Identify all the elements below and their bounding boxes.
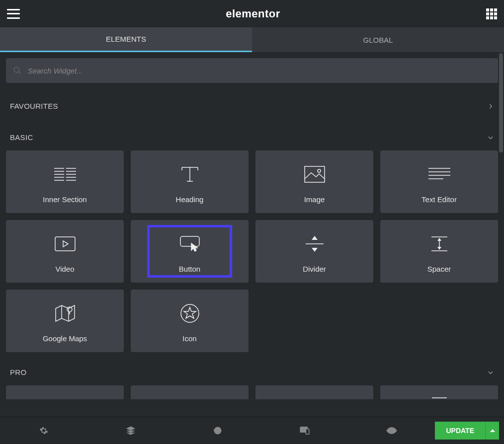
- play-icon: [55, 230, 76, 258]
- svg-marker-26: [437, 238, 441, 241]
- section-title: PRO: [10, 368, 26, 376]
- search-icon: [13, 66, 22, 75]
- widget-google-maps[interactable]: Google Maps: [6, 290, 124, 352]
- widget-label: Image: [304, 195, 325, 204]
- text-t-icon: [180, 160, 200, 188]
- widget-icon[interactable]: Icon: [131, 290, 249, 352]
- widget-label: Text Editor: [421, 195, 457, 204]
- chevron-right-icon: [487, 103, 494, 110]
- divider-icon: [305, 230, 325, 258]
- tab-global[interactable]: GLOBAL: [252, 27, 504, 52]
- widget-video[interactable]: Video: [6, 220, 124, 283]
- widget-label: Divider: [303, 265, 326, 273]
- svg-marker-23: [312, 248, 318, 252]
- section-pro[interactable]: PRO: [6, 359, 498, 385]
- columns-icon: [54, 160, 76, 188]
- footer-bar: UPDATE: [0, 417, 504, 444]
- pro-widget-row: [6, 385, 498, 399]
- footer-icons: [0, 425, 435, 436]
- section-title: FAVOURITES: [10, 102, 58, 110]
- tabs: ELEMENTS GLOBAL: [0, 27, 504, 52]
- widget-divider[interactable]: Divider: [255, 220, 373, 283]
- widget-label: Heading: [176, 195, 204, 204]
- preview-icon[interactable]: [386, 425, 397, 436]
- basic-widget-grid: Inner Section Heading Image Text Editor: [6, 150, 498, 359]
- svg-point-13: [318, 169, 321, 172]
- scrollbar[interactable]: [499, 53, 503, 152]
- svg-rect-20: [180, 236, 199, 246]
- widget-card[interactable]: [6, 385, 124, 399]
- widget-card[interactable]: [380, 385, 498, 399]
- widget-inner-section[interactable]: Inner Section: [6, 150, 124, 213]
- widget-label: Video: [55, 265, 74, 273]
- top-bar: elementor: [0, 0, 504, 27]
- widget-card[interactable]: [255, 385, 373, 399]
- button-cursor-icon: [179, 230, 200, 258]
- star-circle-icon: [180, 299, 200, 327]
- map-pin-icon: [55, 299, 76, 327]
- update-button[interactable]: UPDATE: [435, 422, 485, 440]
- history-icon[interactable]: [212, 425, 223, 436]
- lines-icon: [428, 160, 450, 188]
- tab-elements[interactable]: ELEMENTS: [0, 27, 252, 52]
- settings-icon[interactable]: [38, 425, 49, 436]
- widget-image[interactable]: Image: [255, 150, 373, 213]
- widget-label: Icon: [182, 334, 196, 343]
- widget-label: Google Maps: [43, 334, 87, 343]
- chevron-down-icon: [487, 369, 494, 376]
- search-input[interactable]: [28, 67, 491, 75]
- svg-marker-38: [490, 429, 495, 432]
- svg-rect-18: [55, 237, 75, 251]
- widget-card[interactable]: [131, 385, 249, 399]
- widget-label: Spacer: [427, 265, 451, 273]
- svg-point-37: [390, 429, 393, 432]
- widget-label: Inner Section: [43, 195, 86, 204]
- search-wrap: [6, 58, 498, 83]
- section-title: BASIC: [10, 133, 33, 142]
- svg-marker-27: [437, 247, 441, 250]
- content-panel: FAVOURITES BASIC Inner Section Heading: [0, 52, 504, 417]
- image-icon: [304, 160, 325, 188]
- widget-spacer[interactable]: Spacer: [380, 220, 498, 283]
- navigator-icon[interactable]: [125, 425, 136, 436]
- widget-button[interactable]: Button: [131, 220, 249, 283]
- section-basic[interactable]: BASIC: [6, 124, 498, 150]
- svg-rect-12: [305, 166, 325, 182]
- section-favourites[interactable]: FAVOURITES: [6, 93, 498, 119]
- logo: elementor: [226, 7, 280, 20]
- update-group: UPDATE: [435, 422, 499, 440]
- widget-heading[interactable]: Heading: [131, 150, 249, 213]
- update-dropdown-button[interactable]: [485, 422, 499, 440]
- svg-rect-36: [306, 429, 309, 434]
- svg-marker-21: [312, 236, 318, 240]
- widget-label: Button: [179, 265, 200, 273]
- spacer-icon: [429, 230, 449, 258]
- svg-line-1: [18, 72, 21, 74]
- widget-text-editor[interactable]: Text Editor: [380, 150, 498, 213]
- responsive-icon[interactable]: [299, 425, 310, 436]
- svg-marker-19: [63, 241, 68, 247]
- svg-marker-33: [184, 307, 196, 318]
- svg-point-0: [14, 67, 19, 73]
- chevron-down-icon: [487, 134, 494, 141]
- menu-icon[interactable]: [7, 9, 20, 19]
- apps-grid-icon[interactable]: [486, 8, 497, 19]
